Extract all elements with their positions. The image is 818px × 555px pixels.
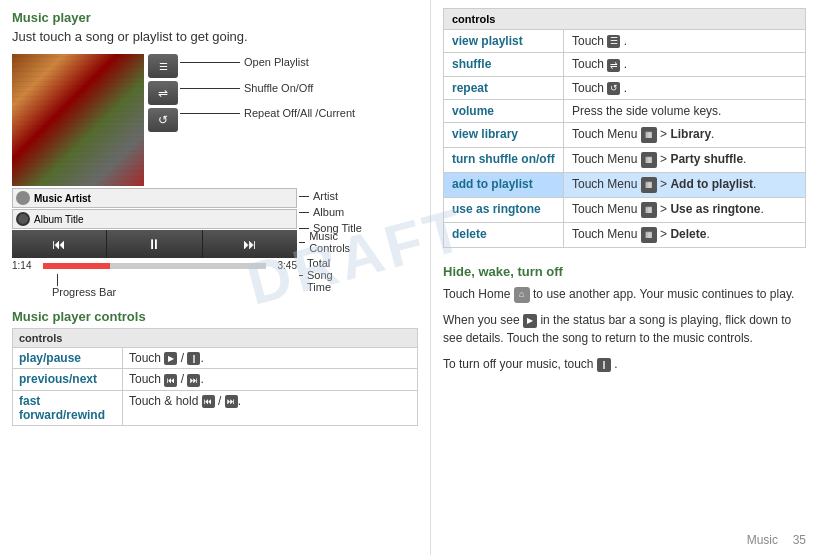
controls-table: controls play/pause Touch ▶ / ‖. previou… <box>12 328 418 426</box>
album-art <box>12 54 144 186</box>
ff-rew-val: Touch & hold ⏮ / ⏭. <box>123 390 418 425</box>
repeat-icon: ↺ <box>148 108 178 132</box>
repeat-button[interactable]: ↺ <box>148 108 178 132</box>
open-playlist-button[interactable]: ☰ <box>148 54 178 78</box>
page-number: 35 <box>793 533 806 547</box>
album-row: Album Title <box>12 209 297 229</box>
callout-repeat: Repeat Off/All /Current <box>180 106 355 120</box>
volume-val: Press the side volume keys. <box>564 99 806 122</box>
turn-shuffle-val: Touch Menu ▦ > Party shuffle. <box>564 147 806 172</box>
table-row: previous/next Touch ⏮ / ⏭. <box>13 369 418 390</box>
table-row: view playlist Touch ☰ . <box>444 30 806 53</box>
prev-next-key: previous/next <box>13 369 123 390</box>
artist-row: Music Artist <box>12 188 297 208</box>
callout-album: Album <box>299 206 344 218</box>
table-row: add to playlist Touch Menu ▦ > Add to pl… <box>444 172 806 197</box>
callout-shuffle: Shuffle On/Off <box>180 82 313 94</box>
right-table-header: controls <box>444 9 806 30</box>
hide-wake-para-3: To turn off your music, touch ‖ . <box>443 355 806 373</box>
volume-key: volume <box>444 99 564 122</box>
callout-open-playlist: Open Playlist <box>180 56 309 68</box>
time-start: 1:14 <box>12 260 40 271</box>
page-section: Music <box>747 533 778 547</box>
disc-icon <box>16 212 30 226</box>
view-playlist-key: view playlist <box>444 30 564 53</box>
table-row: turn shuffle on/off Touch Menu ▦ > Party… <box>444 147 806 172</box>
prev-next-val: Touch ⏮ / ⏭. <box>123 369 418 390</box>
next-button[interactable]: ⏭ <box>203 230 297 258</box>
shuffle-val: Touch ⇌ . <box>564 53 806 76</box>
repeat-val: Touch ↺ . <box>564 76 806 99</box>
view-library-val: Touch Menu ▦ > Library. <box>564 122 806 147</box>
table-row: volume Press the side volume keys. <box>444 99 806 122</box>
pause-button[interactable]: ⏸ <box>107 230 202 258</box>
hide-wake-para-1: Touch Home ⌂ to use another app. Your mu… <box>443 285 806 303</box>
table-row: play/pause Touch ▶ / ‖. <box>13 348 418 369</box>
callout-total-time: Total Song Time <box>299 257 339 293</box>
person-icon <box>16 191 30 205</box>
progress-fill <box>43 263 110 269</box>
view-playlist-val: Touch ☰ . <box>564 30 806 53</box>
time-end: 3:45 <box>269 260 297 271</box>
table-row: shuffle Touch ⇌ . <box>444 53 806 76</box>
delete-key: delete <box>444 222 564 247</box>
table-row: view library Touch Menu ▦ > Library. <box>444 122 806 147</box>
hide-wake-title: Hide, wake, turn off <box>443 264 806 279</box>
view-library-key: view library <box>444 122 564 147</box>
prev-button[interactable]: ⏮ <box>12 230 107 258</box>
shuffle-icon: ⇌ <box>148 81 178 105</box>
shuffle-key: shuffle <box>444 53 564 76</box>
table-row: repeat Touch ↺ . <box>444 76 806 99</box>
hide-wake-section: Hide, wake, turn off Touch Home ⌂ to use… <box>443 264 806 373</box>
add-to-playlist-val: Touch Menu ▦ > Add to playlist. <box>564 172 806 197</box>
add-to-playlist-key: add to playlist <box>444 172 564 197</box>
table-row: fast forward/rewind Touch & hold ⏮ / ⏭. <box>13 390 418 425</box>
callout-artist: Artist <box>299 190 338 202</box>
controls-section-title: Music player controls <box>12 309 418 324</box>
ff-rew-key: fast forward/rewind <box>13 390 123 425</box>
transport-bar: ⏮ ⏸ ⏭ <box>12 230 297 258</box>
callout-music-controls: Music Controls <box>299 230 354 254</box>
delete-val: Touch Menu ▦ > Delete. <box>564 222 806 247</box>
intro-text: Just touch a song or playlist to get goi… <box>12 29 418 44</box>
shuffle-button[interactable]: ⇌ <box>148 81 178 105</box>
album-label: Album Title <box>34 214 83 225</box>
repeat-key: repeat <box>444 76 564 99</box>
progress-bar[interactable] <box>43 263 266 269</box>
use-as-ringtone-key: use as ringtone <box>444 197 564 222</box>
use-as-ringtone-val: Touch Menu ▦ > Use as ringtone. <box>564 197 806 222</box>
left-section-title: Music player <box>12 10 418 25</box>
callout-progress: Progress Bar <box>52 274 116 298</box>
controls-table-header: controls <box>13 329 418 348</box>
turn-shuffle-key: turn shuffle on/off <box>444 147 564 172</box>
play-pause-key: play/pause <box>13 348 123 369</box>
hide-wake-para-2: When you see ▶ in the status bar a song … <box>443 311 806 347</box>
playlist-icon: ☰ <box>148 54 178 78</box>
right-controls-table: controls view playlist Touch ☰ . shuffle… <box>443 8 806 248</box>
play-pause-val: Touch ▶ / ‖. <box>123 348 418 369</box>
table-row: delete Touch Menu ▦ > Delete. <box>444 222 806 247</box>
artist-label: Music Artist <box>34 193 91 204</box>
table-row: use as ringtone Touch Menu ▦ > Use as ri… <box>444 197 806 222</box>
